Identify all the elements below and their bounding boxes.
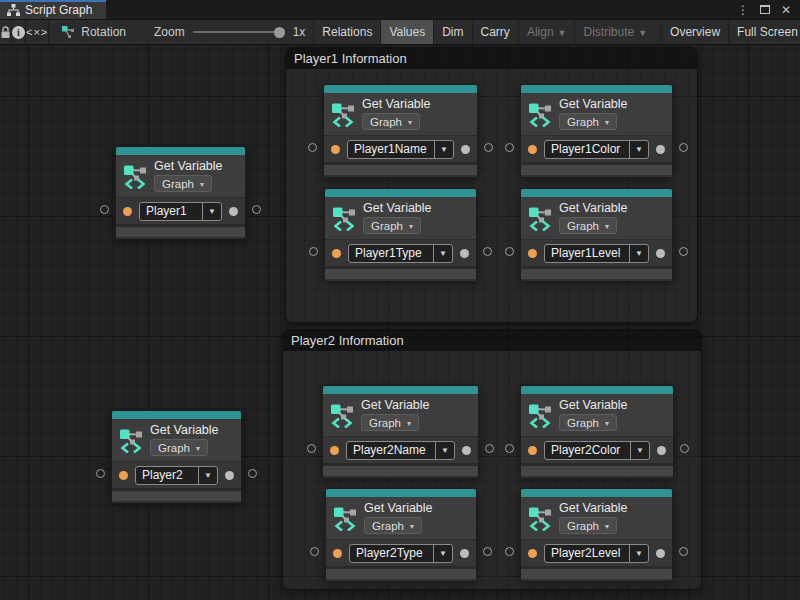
zoom-slider-knob[interactable] bbox=[274, 27, 285, 38]
output-connection-circle[interactable] bbox=[484, 143, 493, 152]
name-input-port[interactable] bbox=[331, 145, 340, 154]
input-connection-circle[interactable] bbox=[309, 247, 318, 256]
output-connection-circle[interactable] bbox=[679, 547, 688, 556]
name-input-port[interactable] bbox=[119, 471, 128, 480]
tab-label: Script Graph bbox=[25, 3, 92, 17]
name-input-port[interactable] bbox=[528, 549, 537, 558]
get-variable-node[interactable]: Get Variable Graph ▾ Player2Type ▼ bbox=[325, 488, 477, 580]
value-output-dot[interactable] bbox=[656, 549, 665, 558]
value-output-dot[interactable] bbox=[656, 249, 665, 258]
group-header[interactable]: Player1 Information bbox=[286, 48, 697, 69]
value-output-dot[interactable] bbox=[461, 145, 470, 154]
graph-canvas[interactable]: Player1 Information Player2 Information … bbox=[0, 45, 800, 600]
variable-scope-dropdown[interactable]: Graph ▾ bbox=[559, 414, 617, 431]
chevron-down-icon: ▼ bbox=[629, 141, 648, 158]
variable-scope-dropdown[interactable]: Graph ▾ bbox=[559, 517, 617, 534]
info-button[interactable]: i bbox=[12, 20, 26, 44]
get-variable-node[interactable]: Get Variable Graph ▾ Player1Type ▼ bbox=[324, 188, 477, 280]
variable-scope-label: Graph bbox=[369, 417, 401, 429]
input-connection-circle[interactable] bbox=[505, 247, 514, 256]
variable-scope-dropdown[interactable]: Graph ▾ bbox=[559, 113, 617, 130]
variable-name-dropdown[interactable]: Player1 ▼ bbox=[139, 202, 222, 221]
input-connection-circle[interactable] bbox=[308, 143, 317, 152]
toolbar-button[interactable]: Distribute ▼ bbox=[574, 20, 655, 44]
output-connection-circle[interactable] bbox=[679, 143, 688, 152]
node-head-text: Get Variable Graph ▾ bbox=[362, 98, 431, 130]
value-output-dot[interactable] bbox=[657, 446, 666, 455]
output-connection-circle[interactable] bbox=[483, 547, 492, 556]
variable-name-dropdown[interactable]: Player1Name ▼ bbox=[347, 140, 454, 159]
variable-name-dropdown[interactable]: Player2Type ▼ bbox=[349, 544, 453, 563]
output-connection-circle[interactable] bbox=[248, 469, 257, 478]
chevron-down-icon: ▼ bbox=[629, 545, 648, 562]
variable-name-dropdown[interactable]: Player1Level ▼ bbox=[544, 244, 649, 263]
toolbar-button[interactable]: Relations bbox=[313, 20, 380, 44]
output-connection-circle[interactable] bbox=[483, 247, 492, 256]
code-view-button[interactable]: <×> bbox=[26, 20, 49, 44]
toolbar-button[interactable]: Full Screen bbox=[728, 20, 800, 44]
output-connection-circle[interactable] bbox=[679, 247, 688, 256]
variable-scope-dropdown[interactable]: Graph ▾ bbox=[559, 217, 617, 234]
rotation-control[interactable]: Rotation bbox=[49, 20, 136, 44]
name-input-port[interactable] bbox=[528, 249, 537, 258]
value-output-dot[interactable] bbox=[460, 249, 469, 258]
variable-name-dropdown[interactable]: Player2Name ▼ bbox=[346, 441, 455, 460]
variable-scope-dropdown[interactable]: Graph ▾ bbox=[363, 217, 421, 234]
variable-scope-dropdown[interactable]: Graph ▾ bbox=[154, 175, 212, 192]
name-input-port[interactable] bbox=[528, 145, 537, 154]
toolbar-button[interactable]: Values bbox=[380, 20, 433, 44]
get-variable-node[interactable]: Get Variable Graph ▾ Player2 ▼ bbox=[111, 410, 242, 502]
maximize-icon[interactable] bbox=[760, 5, 770, 14]
variable-scope-dropdown[interactable]: Graph ▾ bbox=[364, 517, 422, 534]
zoom-slider[interactable] bbox=[193, 31, 285, 33]
get-variable-node[interactable]: Get Variable Graph ▾ Player1Color ▼ bbox=[520, 84, 673, 176]
name-input-port[interactable] bbox=[528, 446, 537, 455]
close-icon[interactable]: ✕ bbox=[781, 4, 791, 16]
name-input-port[interactable] bbox=[332, 249, 341, 258]
get-variable-node[interactable]: Get Variable Graph ▾ Player2Level ▼ bbox=[520, 488, 673, 580]
input-connection-circle[interactable] bbox=[307, 444, 316, 453]
group-header[interactable]: Player2 Information bbox=[283, 330, 701, 351]
variable-name-dropdown[interactable]: Player1Type ▼ bbox=[348, 244, 453, 263]
toolbar-button[interactable]: Align ▼ bbox=[518, 20, 575, 44]
output-connection-circle[interactable] bbox=[485, 444, 494, 453]
value-output-dot[interactable] bbox=[656, 145, 665, 154]
variable-name-dropdown[interactable]: Player2Color ▼ bbox=[544, 441, 650, 460]
value-output-dot[interactable] bbox=[462, 446, 471, 455]
get-variable-node[interactable]: Get Variable Graph ▾ Player1Name ▼ bbox=[323, 84, 478, 176]
input-connection-circle[interactable] bbox=[96, 469, 105, 478]
input-connection-circle[interactable] bbox=[505, 143, 514, 152]
lock-button[interactable] bbox=[0, 20, 12, 44]
toolbar-button[interactable]: Dim bbox=[433, 20, 471, 44]
input-connection-circle[interactable] bbox=[505, 444, 514, 453]
value-output-dot[interactable] bbox=[460, 549, 469, 558]
variable-name-dropdown[interactable]: Player1Color ▼ bbox=[544, 140, 649, 159]
toolbar-button[interactable]: Carry bbox=[472, 20, 518, 44]
get-variable-node[interactable]: Get Variable Graph ▾ Player2Color ▼ bbox=[520, 385, 674, 477]
get-variable-node[interactable]: Get Variable Graph ▾ Player1 ▼ bbox=[115, 146, 246, 238]
output-connection-circle[interactable] bbox=[252, 205, 261, 214]
variable-name-dropdown[interactable]: Player2 ▼ bbox=[135, 466, 218, 485]
output-connection-circle[interactable] bbox=[680, 444, 689, 453]
chevron-down-icon: ▾ bbox=[196, 444, 200, 453]
input-connection-circle[interactable] bbox=[505, 547, 514, 556]
value-output-dot[interactable] bbox=[229, 207, 238, 216]
name-input-port[interactable] bbox=[333, 549, 342, 558]
input-connection-circle[interactable] bbox=[310, 547, 319, 556]
get-variable-node[interactable]: Get Variable Graph ▾ Player2Name ▼ bbox=[322, 385, 479, 477]
tab-script-graph[interactable]: Script Graph bbox=[0, 0, 106, 19]
toolbar-button[interactable]: Overview bbox=[661, 20, 728, 44]
name-input-port[interactable] bbox=[123, 207, 132, 216]
toolbar-button-label: Overview bbox=[670, 25, 720, 39]
variable-scope-dropdown[interactable]: Graph ▾ bbox=[362, 113, 420, 130]
variable-scope-dropdown[interactable]: Graph ▾ bbox=[150, 439, 208, 456]
kebab-menu-icon[interactable]: ⋮ bbox=[737, 4, 749, 16]
input-connection-circle[interactable] bbox=[100, 205, 109, 214]
get-variable-node[interactable]: Get Variable Graph ▾ Player1Level ▼ bbox=[520, 188, 673, 280]
value-output-dot[interactable] bbox=[225, 471, 234, 480]
variable-name-dropdown[interactable]: Player2Level ▼ bbox=[544, 544, 649, 563]
name-input-port[interactable] bbox=[330, 446, 339, 455]
node-title: Get Variable bbox=[362, 98, 431, 111]
window-controls: ⋮ ✕ bbox=[737, 0, 800, 19]
variable-scope-dropdown[interactable]: Graph ▾ bbox=[361, 414, 419, 431]
